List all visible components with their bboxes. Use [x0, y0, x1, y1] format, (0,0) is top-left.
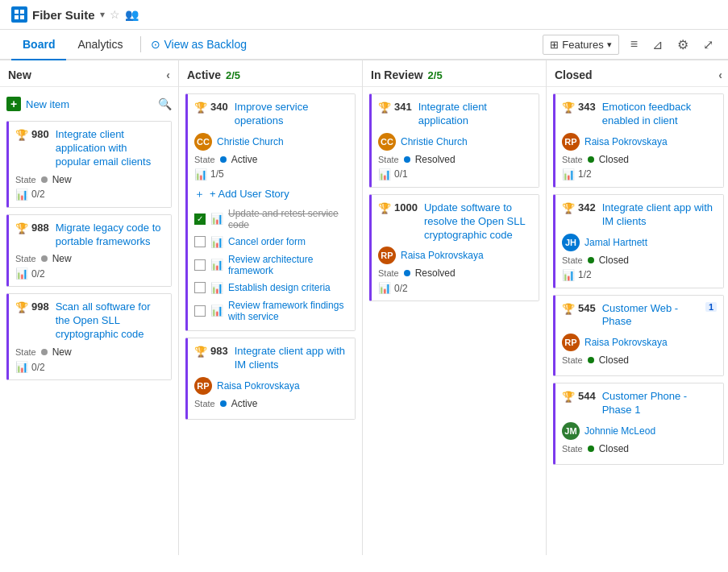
- progress-value-998: 0/2: [31, 362, 45, 373]
- card-id-1000: 1000: [394, 201, 418, 213]
- star-icon[interactable]: ☆: [110, 8, 120, 21]
- app-title[interactable]: Fiber Suite: [32, 8, 95, 22]
- story-list-340: ✓ 📊 Update and retest service code 📊 Can…: [194, 206, 348, 324]
- progress-value-343: 1/2: [578, 168, 592, 180]
- story-checkbox-4[interactable]: [194, 305, 206, 317]
- state-value-341: Resolved: [415, 154, 456, 165]
- trophy-icon-980: 🏆: [15, 129, 28, 141]
- filter-icon[interactable]: ⊿: [649, 35, 666, 54]
- team-icon[interactable]: 👥: [125, 8, 139, 21]
- progress-icon-988: 📊: [15, 267, 28, 280]
- assignee-342[interactable]: Jamal Hartnett: [584, 237, 647, 248]
- column-title-inreview: In Review: [371, 68, 423, 81]
- card-343[interactable]: 🏆 343 Emoticon feedback enabled in clien…: [553, 93, 724, 188]
- progress-icon-341: 📊: [378, 168, 391, 180]
- progress-icon-340: 📊: [194, 168, 207, 180]
- column-body-inreview: 🏆 341 Integrate client application CC Ch…: [363, 87, 546, 555]
- card-340[interactable]: 🏆 340 Improve service operations CC Chri…: [185, 93, 356, 331]
- view-backlog-btn[interactable]: ⊙ View as Backlog: [148, 30, 249, 59]
- story-checkbox-3[interactable]: [194, 282, 206, 293]
- assignee-340[interactable]: Christie Church: [217, 136, 284, 147]
- state-label-988: State: [15, 254, 36, 263]
- story-bar-3: 📊: [210, 282, 223, 294]
- card-title-544: Customer Phone - Phase 1: [602, 390, 717, 417]
- add-story-label: + Add User Story: [210, 188, 289, 200]
- column-collapse-closed[interactable]: ‹: [718, 68, 722, 81]
- assignee-545[interactable]: Raisa Pokrovskaya: [584, 337, 668, 348]
- story-title-2: Review architecture framework: [228, 254, 348, 276]
- card-980[interactable]: 🏆 980 Integrate client application with …: [6, 121, 172, 208]
- story-bar-2: 📊: [210, 259, 223, 271]
- card-544[interactable]: 🏆 544 Customer Phone - Phase 1 JM Johnni…: [553, 383, 724, 465]
- progress-value-1000: 0/2: [394, 283, 408, 294]
- state-value-342: Closed: [599, 255, 629, 266]
- svg-rect-3: [20, 15, 24, 19]
- assignee-544[interactable]: Johnnie McLeod: [584, 425, 655, 437]
- add-story-btn[interactable]: ＋ + Add User Story: [194, 185, 348, 205]
- card-title-998: Scan all software for the Open SLL crypt…: [56, 301, 164, 342]
- trophy-icon-342: 🏆: [562, 202, 575, 214]
- svg-rect-1: [20, 10, 24, 14]
- trophy-icon-983: 🏆: [194, 346, 207, 358]
- new-item-label[interactable]: New item: [26, 98, 69, 110]
- state-value-545: Closed: [599, 354, 629, 366]
- progress-value-342: 1/2: [578, 269, 592, 280]
- card-545[interactable]: 🏆 545 Customer Web - Phase 1 RP Raisa Po…: [553, 295, 724, 377]
- story-title-4: Review framework findings with service: [228, 300, 348, 322]
- story-item-3[interactable]: 📊 Establish design criteria: [194, 280, 348, 296]
- story-item-0[interactable]: ✓ 📊 Update and retest service code: [194, 206, 348, 232]
- story-title-1: Cancel order form: [228, 236, 306, 247]
- settings-icon[interactable]: ⚙: [674, 35, 692, 54]
- story-item-4[interactable]: 📊 Review framework findings with service: [194, 298, 348, 324]
- features-btn[interactable]: ⊞ Features ▾: [543, 35, 618, 55]
- progress-icon-342: 📊: [562, 269, 575, 281]
- story-title-3: Establish design criteria: [228, 282, 331, 293]
- assignee-1000[interactable]: Raisa Pokrovskaya: [401, 250, 484, 261]
- card-342[interactable]: 🏆 342 Integrate client app with IM clien…: [553, 194, 724, 288]
- avatar-545: RP: [562, 334, 580, 351]
- story-item-1[interactable]: 📊 Cancel order form: [194, 234, 348, 250]
- column-header-active: Active 2/5: [179, 60, 362, 87]
- card-988[interactable]: 🏆 988 Migrate legacy code to portable fr…: [6, 214, 172, 288]
- state-label-340: State: [194, 155, 215, 164]
- avatar-983: RP: [194, 377, 212, 395]
- progress-icon-998: 📊: [15, 361, 28, 373]
- story-checkbox-2[interactable]: [194, 259, 206, 271]
- state-dot-988: [41, 255, 48, 262]
- assignee-983[interactable]: Raisa Pokrovskaya: [217, 380, 300, 392]
- state-value-983: Active: [231, 398, 258, 409]
- expand-icon[interactable]: ⤢: [700, 35, 717, 54]
- column-collapse-new[interactable]: ‹: [166, 68, 170, 81]
- state-label-998: State: [15, 347, 36, 357]
- story-checkbox-1[interactable]: [194, 236, 206, 247]
- tab-analytics[interactable]: Analytics: [66, 30, 134, 59]
- card-id-988: 988: [31, 222, 49, 234]
- view-backlog-label: View as Backlog: [164, 38, 246, 51]
- story-checkbox-0[interactable]: ✓: [194, 213, 206, 225]
- new-item-plus-icon[interactable]: +: [6, 97, 21, 111]
- progress-value-340: 1/5: [210, 168, 224, 180]
- assignee-341[interactable]: Christie Church: [401, 136, 468, 147]
- card-998[interactable]: 🏆 998 Scan all software for the Open SLL…: [6, 293, 172, 380]
- features-dropdown-icon: ▾: [607, 39, 612, 50]
- trophy-icon-998: 🏆: [15, 301, 28, 313]
- card-title-988: Migrate legacy code to portable framewor…: [56, 222, 164, 249]
- dropdown-icon[interactable]: ▾: [100, 9, 105, 20]
- story-item-2[interactable]: 📊 Review architecture framework: [194, 252, 348, 278]
- progress-icon-343: 📊: [562, 168, 575, 180]
- progress-value-341: 0/1: [394, 168, 408, 180]
- state-value-1000: Resolved: [415, 267, 456, 279]
- card-1000[interactable]: 🏆 1000 Update software to resolve the Op…: [369, 194, 539, 302]
- trophy-icon-341: 🏆: [378, 102, 391, 114]
- trophy-icon-1000: 🏆: [378, 202, 391, 214]
- card-983[interactable]: 🏆 983 Integrate client app with IM clien…: [185, 338, 356, 420]
- card-id-343: 343: [578, 101, 596, 113]
- tab-board[interactable]: Board: [11, 30, 66, 60]
- assignee-343[interactable]: Raisa Pokrovskaya: [584, 136, 668, 147]
- search-icon[interactable]: 🔍: [158, 97, 172, 110]
- column-options-icon[interactable]: ≡: [627, 35, 641, 53]
- state-value-343: Closed: [599, 154, 629, 165]
- card-341[interactable]: 🏆 341 Integrate client application CC Ch…: [369, 93, 539, 188]
- card-title-983: Integrate client app with IM clients: [235, 345, 348, 372]
- svg-rect-2: [15, 15, 19, 19]
